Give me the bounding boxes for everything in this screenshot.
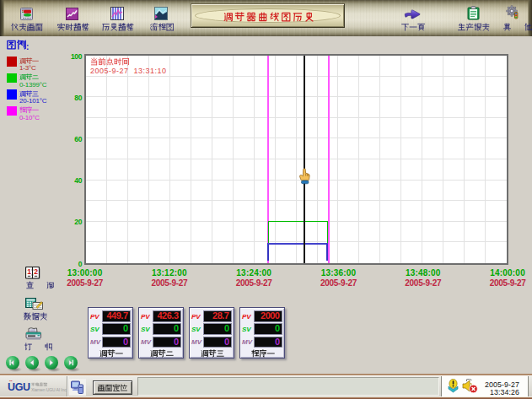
svg-text:1: 1 bbox=[27, 267, 31, 276]
svg-text:2: 2 bbox=[34, 267, 38, 276]
